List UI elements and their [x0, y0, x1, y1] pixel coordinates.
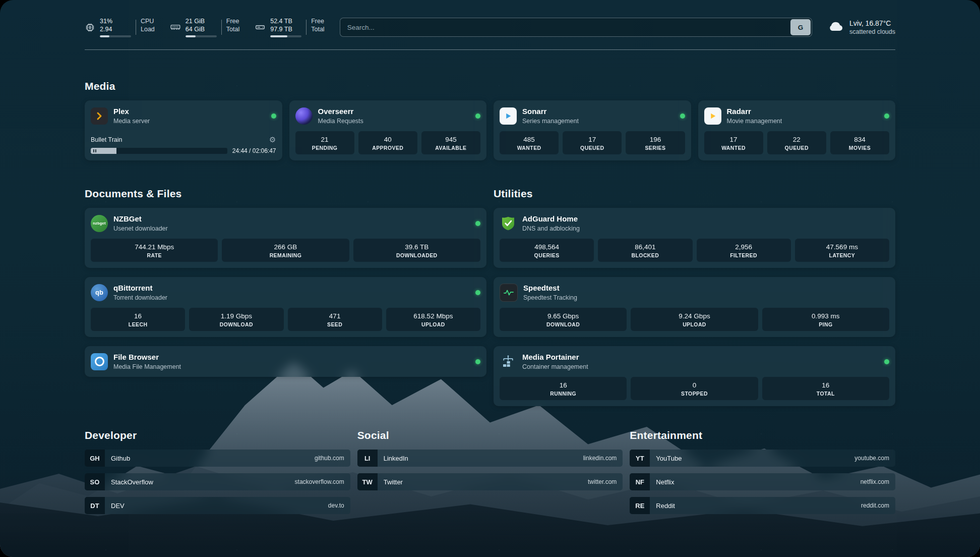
bookmark-dev[interactable]: DT DEV dev.to	[85, 497, 350, 514]
bookmark-abbr: YT	[630, 450, 650, 467]
stat-box: 39.6 TB DOWNLOADED	[353, 239, 480, 262]
stat-box: 0 STOPPED	[631, 377, 758, 400]
service-desc: Speedtest Tracking	[523, 294, 577, 302]
bookmark-abbr: LI	[357, 450, 378, 467]
service-card-filebrowser[interactable]: File Browser Media File Management	[85, 346, 486, 377]
section-title-utilities: Utilities	[494, 188, 895, 200]
stat-box: 834 MOVIES	[830, 131, 889, 154]
search-provider-button[interactable]: G	[790, 19, 811, 35]
header-divider	[85, 49, 895, 50]
stat-box: 16 TOTAL	[762, 377, 889, 400]
bookmark-stackoverflow[interactable]: SO StackOverflow stackoverflow.com	[85, 473, 350, 490]
bookmark-url: reddit.com	[861, 502, 889, 509]
service-desc: Media File Management	[113, 363, 181, 371]
dashboard: 31% 2.94 CPU Load	[0, 0, 980, 557]
service-card-adguard[interactable]: AdGuard Home DNS and adblocking 498,564 …	[494, 208, 895, 268]
bookmark-name: StackOverflow	[111, 478, 153, 486]
section-utilities: Utilities AdGuard	[494, 188, 895, 406]
qbittorrent-icon: qb	[91, 284, 108, 301]
service-name: Plex	[113, 106, 150, 116]
memory-label: Total	[226, 25, 239, 33]
weather-condition: scattered clouds	[849, 28, 895, 36]
radarr-icon	[704, 107, 721, 125]
section-title-social: Social	[357, 429, 623, 441]
stat-box: 17 WANTED	[704, 131, 763, 154]
stat-box: 0.993 ms PING	[762, 308, 889, 331]
service-name: Radarr	[727, 106, 782, 116]
pause-icon[interactable]	[93, 149, 96, 152]
stat-box: 21 PENDING	[295, 131, 354, 154]
now-playing-title: Bullet Train	[91, 136, 122, 143]
service-desc: Movie management	[727, 117, 782, 125]
service-desc: DNS and adblocking	[522, 225, 580, 233]
bookmark-reddit[interactable]: RE Reddit reddit.com	[630, 497, 895, 514]
service-name: AdGuard Home	[522, 214, 580, 224]
service-card-overseerr[interactable]: Overseerr Media Requests 21 PENDING 40 A…	[289, 100, 487, 160]
service-name: Media Portainer	[522, 352, 588, 362]
memory-total: 64 GiB	[186, 25, 217, 33]
stat-box: 9.24 Gbps UPLOAD	[631, 308, 758, 331]
service-card-portainer[interactable]: Media Portainer Container management 16 …	[494, 346, 895, 406]
service-card-speedtest[interactable]: Speedtest Speedtest Tracking 9.65 Gbps D…	[494, 277, 895, 337]
gear-icon[interactable]: ⚙	[269, 136, 276, 143]
stat-box: 1.19 Gbps DOWNLOAD	[189, 308, 283, 331]
bookmark-youtube[interactable]: YT YouTube youtube.com	[630, 450, 895, 467]
divider	[221, 20, 222, 35]
service-desc: Usenet downloader	[113, 225, 168, 233]
stat-box: 16 RUNNING	[500, 377, 627, 400]
disk-icon	[255, 22, 266, 33]
bookmark-url: github.com	[315, 455, 344, 462]
bookmark-url: youtube.com	[854, 455, 889, 462]
service-card-nzbget[interactable]: nzbget NZBGet Usenet downloader 744.21 M…	[85, 208, 486, 268]
bookmark-url: dev.to	[328, 502, 344, 509]
bookmark-name: LinkedIn	[384, 455, 408, 462]
memory-label: Free	[226, 17, 239, 25]
bookmark-url: netflix.com	[861, 478, 889, 485]
now-playing: Bullet Train ⚙ 24:44 / 02:06:47	[91, 131, 276, 154]
stat-box: 86,401 BLOCKED	[598, 239, 692, 262]
section-title-documents: Documents & Files	[85, 188, 486, 200]
section-social: Social LI LinkedIn linkedin.com TW Twitt…	[357, 429, 623, 514]
cpu-load: 2.94	[100, 25, 131, 33]
disk-label: Free	[311, 17, 324, 25]
bookmark-github[interactable]: GH Github github.com	[85, 450, 350, 467]
playback-progress[interactable]	[91, 148, 227, 154]
section-title-developer: Developer	[85, 429, 350, 441]
bookmark-netflix[interactable]: NF Netflix netflix.com	[630, 473, 895, 490]
search-input[interactable]	[340, 18, 789, 36]
section-entertainment: Entertainment YT YouTube youtube.com NF …	[630, 429, 895, 514]
service-card-plex[interactable]: Plex Media server Bullet Train ⚙	[85, 100, 282, 160]
stat-box: 47.569 ms LATENCY	[795, 239, 889, 262]
stat-box: 9.65 Gbps DOWNLOAD	[500, 308, 627, 331]
bookmark-twitter[interactable]: TW Twitter twitter.com	[357, 473, 623, 490]
memory-free: 21 GiB	[186, 17, 217, 25]
service-card-sonarr[interactable]: Sonarr Series management 485 WANTED 17 Q…	[494, 100, 691, 160]
search-bar: G	[340, 18, 812, 37]
weather-widget: Lviv, 16.87°C scattered clouds	[827, 19, 895, 36]
bookmark-name: Github	[111, 455, 130, 462]
disk-label: Total	[311, 25, 324, 33]
stat-box: 945 AVAILABLE	[421, 131, 480, 154]
stat-box: 22 QUEUED	[767, 131, 826, 154]
cpu-percent: 31%	[100, 17, 131, 25]
disk-widget: 52.4 TB 97.9 TB Free Total	[255, 17, 324, 37]
service-desc: Series management	[522, 117, 579, 125]
disk-progress-bar	[270, 35, 301, 37]
service-desc: Media Requests	[318, 117, 363, 125]
bookmark-abbr: SO	[85, 473, 105, 490]
section-developer: Developer GH Github github.com SO StackO…	[85, 429, 350, 514]
service-desc: Media server	[113, 117, 150, 125]
sonarr-icon	[500, 107, 517, 125]
stat-box: 40 APPROVED	[358, 131, 417, 154]
bookmark-linkedin[interactable]: LI LinkedIn linkedin.com	[357, 450, 623, 467]
status-dot	[884, 114, 889, 119]
service-card-radarr[interactable]: Radarr Movie management 17 WANTED 22 QUE…	[698, 100, 896, 160]
service-desc: Torrent downloader	[113, 294, 167, 302]
service-card-qbittorrent[interactable]: qb qBittorrent Torrent downloader 16 LEE…	[85, 277, 486, 337]
status-dot	[884, 359, 889, 364]
service-name: qBittorrent	[113, 283, 167, 293]
portainer-icon	[500, 353, 517, 370]
playback-time: 24:44 / 02:06:47	[232, 147, 276, 154]
disk-free: 52.4 TB	[270, 17, 301, 25]
status-dot	[680, 114, 685, 119]
